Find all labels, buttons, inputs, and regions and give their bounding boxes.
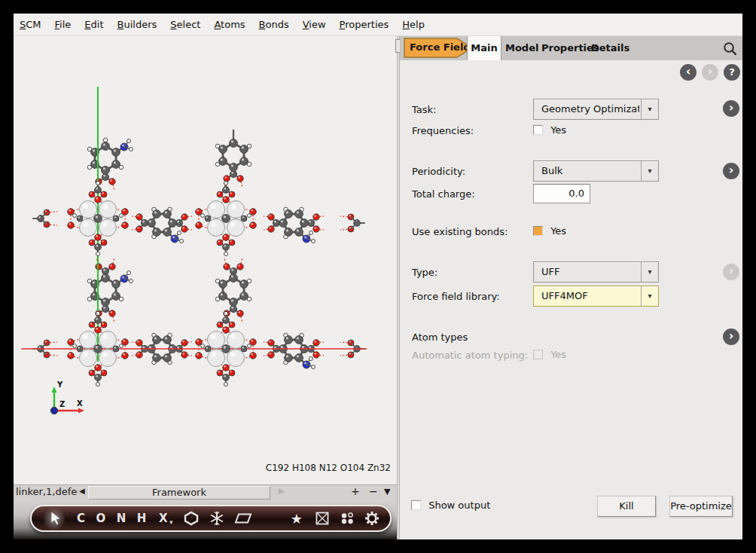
periodicity-value: Bulk bbox=[541, 161, 639, 181]
pointer-tool-button[interactable] bbox=[44, 507, 66, 530]
tab-details[interactable]: Details bbox=[591, 36, 629, 60]
periodicity-dropdown[interactable]: Bulk ▾ bbox=[533, 160, 659, 182]
task-value: Geometry Optimizatio bbox=[541, 99, 639, 119]
window-content: SCM File Edit Builders Select Atoms Bond… bbox=[14, 14, 742, 539]
periodicity-label: Periodicity: bbox=[412, 166, 465, 177]
show-output-label: Show output bbox=[428, 500, 490, 511]
ring-tool-icon[interactable] bbox=[183, 511, 200, 526]
menu-edit[interactable]: Edit bbox=[84, 19, 103, 30]
freeze-tool-icon[interactable] bbox=[209, 511, 224, 526]
unit-cell-icon[interactable] bbox=[315, 511, 330, 526]
nav-back-button[interactable]: ‹ bbox=[680, 64, 697, 81]
use-existing-bonds-checkbox[interactable] bbox=[533, 226, 543, 236]
periodicity-dropdown-arrow-icon[interactable]: ▾ bbox=[641, 161, 658, 181]
input-panel: Force Field Main Model Properties Detail… bbox=[400, 36, 742, 539]
selector-left-label: linker,1,defect bbox=[16, 486, 78, 497]
frequencies-checkbox[interactable] bbox=[533, 125, 543, 135]
plane-tool-icon[interactable] bbox=[234, 512, 252, 524]
settings-gear-icon[interactable] bbox=[364, 511, 380, 526]
nav-forward-button[interactable]: › bbox=[702, 64, 718, 81]
force-field-library-value: UFF4MOF bbox=[541, 286, 639, 306]
show-output-checkbox[interactable] bbox=[411, 500, 421, 510]
workflow-tab-force-field[interactable]: Force Field bbox=[404, 38, 473, 58]
favorites-icon[interactable]: ★ bbox=[291, 511, 303, 527]
add-molecule-button[interactable]: + bbox=[351, 485, 360, 497]
total-charge-input[interactable]: 0.0 bbox=[533, 184, 590, 203]
next-molecule-icon[interactable]: ▶ bbox=[279, 487, 285, 495]
type-label: Type: bbox=[412, 267, 437, 278]
molecule-structure: YZX bbox=[14, 36, 397, 484]
element-hydrogen-button[interactable]: H bbox=[137, 512, 147, 525]
prev-molecule-icon[interactable]: ◀ bbox=[79, 487, 85, 495]
task-dropdown[interactable]: Geometry Optimizatio ▾ bbox=[533, 99, 659, 120]
tab-bar: Force Field Main Model Properties Detail… bbox=[400, 36, 742, 60]
task-details-button[interactable]: › bbox=[723, 100, 739, 117]
menu-scm[interactable]: SCM bbox=[20, 19, 41, 30]
periodicity-details-button[interactable]: › bbox=[723, 163, 739, 179]
molecule-menu-icon[interactable]: ▼ bbox=[384, 487, 390, 496]
use-existing-bonds-option-label: Yes bbox=[550, 225, 566, 237]
svg-text:X: X bbox=[77, 399, 83, 408]
tab-model[interactable]: Model bbox=[505, 36, 538, 60]
element-dropdown-icon[interactable]: ▾ bbox=[169, 518, 173, 526]
element-nitrogen-button[interactable]: N bbox=[117, 512, 127, 525]
molecule-selector-bar: linker,1,defect ◀ Framework ▶ + − ▼ bbox=[14, 484, 397, 500]
help-button[interactable]: ? bbox=[724, 64, 740, 81]
automatic-atom-typing-option-label: Yes bbox=[550, 349, 566, 360]
menubar: SCM File Edit Builders Select Atoms Bond… bbox=[14, 14, 742, 36]
svg-text:Y: Y bbox=[56, 380, 63, 389]
type-dropdown[interactable]: UFF ▾ bbox=[533, 261, 659, 283]
task-dropdown-arrow-icon[interactable]: ▾ bbox=[641, 99, 658, 119]
type-dropdown-arrow-icon[interactable]: ▾ bbox=[641, 262, 658, 282]
frequencies-option-label: Yes bbox=[550, 124, 566, 136]
menu-help[interactable]: Help bbox=[402, 19, 425, 30]
menu-builders[interactable]: Builders bbox=[117, 19, 157, 30]
element-oxygen-button[interactable]: O bbox=[96, 512, 106, 525]
workflow-tab-label: Force Field bbox=[410, 41, 471, 53]
menu-view[interactable]: View bbox=[303, 19, 326, 30]
preoptimize-button[interactable]: Pre-optimize bbox=[669, 496, 733, 517]
automatic-atom-typing-label: Automatic atom typing: bbox=[412, 350, 528, 361]
pointer-glow bbox=[42, 507, 66, 531]
edit-toolbar: C O N H X ▾ ★ bbox=[30, 505, 392, 532]
total-charge-label: Total charge: bbox=[412, 188, 475, 200]
force-field-library-dropdown-arrow-icon[interactable]: ▾ bbox=[641, 286, 658, 306]
tab-main[interactable]: Main bbox=[467, 36, 501, 60]
remove-molecule-button[interactable]: − bbox=[369, 485, 378, 497]
frequencies-label: Frequencies: bbox=[412, 125, 474, 136]
use-existing-bonds-label: Use existing bonds: bbox=[412, 226, 508, 237]
framework-selector-button[interactable]: Framework bbox=[88, 486, 270, 500]
molecule-viewport[interactable]: YZX C192 H108 N12 O104 Zn32 bbox=[14, 36, 397, 484]
menu-file[interactable]: File bbox=[55, 19, 72, 30]
task-label: Task: bbox=[412, 104, 436, 115]
force-field-library-dropdown[interactable]: UFF4MOF ▾ bbox=[533, 286, 659, 307]
menu-properties[interactable]: Properties bbox=[340, 19, 389, 30]
atom-types-details-button[interactable]: › bbox=[723, 328, 739, 345]
element-carbon-button[interactable]: C bbox=[77, 512, 86, 525]
app-window: SCM File Edit Builders Select Atoms Bond… bbox=[0, 0, 756, 553]
menu-select[interactable]: Select bbox=[170, 19, 200, 30]
menu-bonds[interactable]: Bonds bbox=[259, 19, 289, 30]
menu-atoms[interactable]: Atoms bbox=[214, 19, 245, 30]
type-value: UFF bbox=[541, 262, 639, 282]
chemical-formula: C192 H108 N12 O104 Zn32 bbox=[266, 463, 391, 473]
type-details-button: › bbox=[723, 264, 739, 280]
automatic-atom-typing-checkbox bbox=[533, 350, 543, 359]
svg-text:Z: Z bbox=[59, 400, 65, 408]
search-icon[interactable] bbox=[722, 41, 739, 57]
atom-types-label: Atom types bbox=[412, 331, 468, 343]
atom-display-icon[interactable] bbox=[340, 511, 355, 526]
kill-button[interactable]: Kill bbox=[597, 496, 656, 517]
element-x-button[interactable]: X bbox=[159, 512, 168, 525]
force-field-library-label: Force field library: bbox=[412, 291, 500, 302]
toolbar-zone: C O N H X ▾ ★ bbox=[14, 500, 397, 539]
